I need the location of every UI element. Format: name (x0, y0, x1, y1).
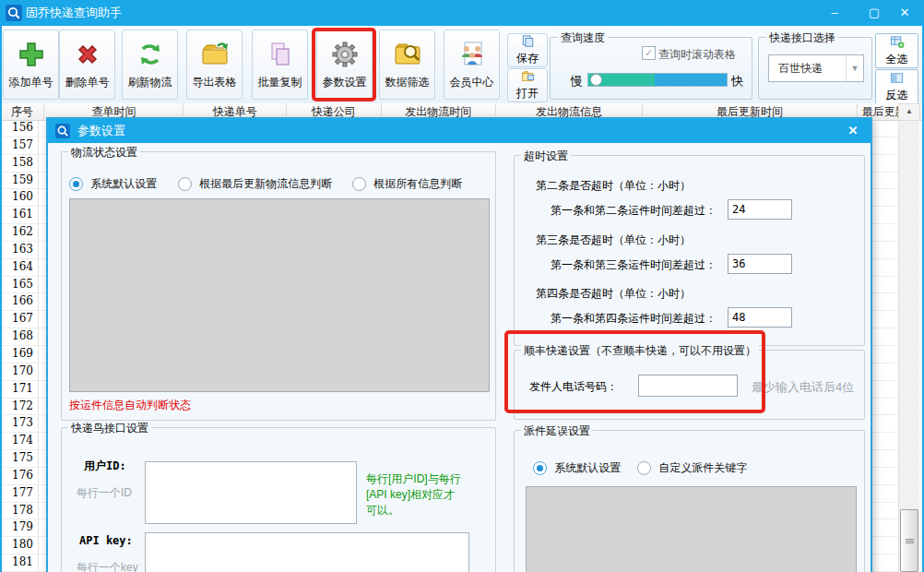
express-api-value: 百世快递 (769, 61, 846, 77)
col-header-index[interactable]: 序号 (0, 103, 44, 120)
user-id-hint: 每行一个ID (77, 485, 132, 501)
radio-icon (352, 177, 366, 191)
row-number: 156 (0, 120, 33, 136)
scrollbar-thumb[interactable] (900, 509, 918, 572)
close-button[interactable]: ✕ (895, 5, 914, 21)
query-speed-label: 查询速度 (558, 30, 608, 46)
row-number: 175 (0, 450, 33, 466)
vertical-scrollbar[interactable] (898, 119, 919, 572)
row-number: 160 (0, 189, 33, 205)
row-number: 172 (0, 399, 33, 414)
row-number: 161 (0, 207, 33, 222)
radio-by-all-info[interactable]: 根据所有信息判断 (352, 176, 462, 192)
timeout-4-title: 第四条是否超时（单位：小时） (536, 286, 691, 302)
batch-copy-button[interactable]: 批量复制 (252, 30, 308, 100)
row-gutter-divider (38, 120, 39, 572)
radio-system-default[interactable]: 系统默认设置 (69, 176, 157, 192)
timeout-4-desc: 第一条和第四条运件时间差超过： (551, 311, 717, 327)
annotation-box-settings-button (312, 28, 376, 101)
api-key-textarea[interactable] (145, 532, 469, 572)
row-number: 164 (0, 259, 33, 275)
delete-numbers-button[interactable]: 删除单号 (59, 30, 115, 100)
speed-fast-label: 快 (731, 73, 743, 89)
timeout-3-input[interactable] (728, 254, 792, 274)
select-all-button[interactable]: 全选 (875, 33, 918, 68)
invert-selection-button[interactable]: 反选 (875, 69, 918, 104)
logistics-keywords-area[interactable] (69, 198, 490, 392)
dialog-close-icon[interactable]: ✕ (843, 123, 863, 139)
kdniao-note: 每行[用户ID]与每行 [API key]相对应才 可以。 (366, 471, 500, 518)
timeout-4-input[interactable] (728, 307, 792, 328)
sender-phone-hint: 最少输入电话后4位 (752, 379, 854, 396)
timeout-3-desc: 第一条和第三条运件时间差超过： (551, 257, 717, 273)
row-number: 176 (0, 468, 33, 483)
timeout-3-title: 第三条是否超时（单位：小时） (536, 232, 691, 248)
radio-delay-custom[interactable]: 自定义派件关键字 (637, 460, 747, 476)
speed-slider-knob[interactable] (590, 74, 602, 86)
save-button[interactable]: 保存 (507, 33, 548, 67)
express-api-group: 快递接口选择 百世快递 ▼ (758, 37, 872, 100)
save-icon (521, 35, 535, 51)
row-number: 171 (0, 381, 33, 397)
delay-keywords-area[interactable] (526, 486, 857, 572)
members-icon (457, 40, 487, 72)
express-api-label: 快递接口选择 (766, 30, 838, 46)
user-id-label: 用户ID: (84, 459, 126, 474)
radio-by-last-update[interactable]: 根据最后更新物流信息判断 (178, 176, 332, 192)
radio-icon (178, 177, 192, 191)
scroll-table-checkbox-label: 查询时滚动表格 (658, 47, 736, 63)
plus-icon (17, 40, 46, 72)
toolbar: 添加单号 删除单号 刷新物流 导出表格 批量复制 参数设置 数据筛选 会员中心 (0, 26, 924, 104)
dialog-title: 参数设置 (77, 123, 125, 139)
radio-delay-default[interactable]: 系统默认设置 (533, 460, 621, 476)
delivery-delay-group: 派件延误设置 系统默认设置 自定义派件关键字 (514, 430, 865, 572)
row-number: 180 (0, 537, 33, 553)
kdniao-api-group: 快递鸟接口设置 用户ID: 每行一个ID 每行[用户ID]与每行 [API ke… (61, 427, 496, 572)
refresh-logistics-button[interactable]: 刷新物流 (122, 30, 178, 100)
invert-selection-icon (890, 71, 905, 88)
window-title: 固乔快递查询助手 (26, 5, 122, 21)
add-numbers-button[interactable]: 添加单号 (3, 30, 59, 100)
chevron-down-icon: ▼ (846, 55, 863, 81)
timeout-group: 超时设置 第二条是否超时（单位：小时） 第一条和第二条运件时间差超过： 第三条是… (514, 155, 865, 346)
row-number: 167 (0, 311, 33, 327)
radio-selected-icon (533, 461, 547, 475)
row-number: 162 (0, 224, 33, 240)
maximize-button[interactable]: ▢ (865, 5, 883, 21)
timeout-2-title: 第二条是否超时（单位：小时） (536, 178, 691, 194)
row-number: 157 (0, 137, 33, 153)
delete-icon (73, 40, 102, 72)
api-key-hint: 每行一个key (77, 560, 138, 572)
export-table-button[interactable]: 导出表格 (186, 30, 243, 100)
express-api-select[interactable]: 百世快递 ▼ (768, 54, 864, 82)
window-titlebar: 固乔快递查询助手 – ▢ ✕ (0, 0, 924, 26)
member-center-button[interactable]: 会员中心 (444, 30, 500, 100)
scrollbar-up-icon[interactable]: ▲ (898, 103, 920, 121)
checkbox-check-icon: ✓ (642, 46, 656, 60)
annotation-box-sf-group (504, 330, 765, 413)
data-filter-button[interactable]: 数据筛选 (379, 30, 435, 100)
api-key-label: API key: (79, 534, 133, 547)
row-number: 159 (0, 173, 33, 188)
row-number: 174 (0, 433, 33, 448)
app-window: 1561571581591601611621631641651661671681… (0, 0, 924, 572)
row-number: 181 (0, 554, 33, 570)
copy-icon (266, 40, 295, 72)
timeout-2-desc: 第一条和第二条运件时间差超过： (551, 203, 717, 219)
open-button[interactable]: 打开 (507, 68, 548, 102)
refresh-icon (136, 40, 165, 72)
logistics-status-group: 物流状态设置 系统默认设置 根据最后更新物流信息判断 根据所有信息判断 按运件信… (61, 151, 496, 421)
row-number: 179 (0, 519, 33, 535)
row-number: 170 (0, 363, 33, 379)
row-number: 173 (0, 415, 33, 431)
row-number: 163 (0, 242, 33, 257)
timeout-2-input[interactable] (728, 199, 792, 220)
minimize-button[interactable]: – (825, 5, 844, 21)
export-icon (200, 40, 230, 72)
filter-icon (393, 40, 422, 72)
speed-slider[interactable] (587, 73, 728, 87)
row-number: 158 (0, 155, 33, 171)
row-number: 177 (0, 485, 33, 501)
scroll-table-checkbox[interactable]: ✓ (642, 46, 656, 60)
user-id-textarea[interactable] (145, 461, 357, 524)
